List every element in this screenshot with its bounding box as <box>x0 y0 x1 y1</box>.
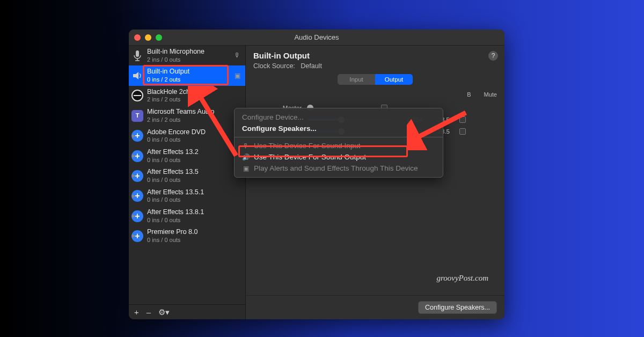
menu-play-alerts[interactable]: ▣ Play Alerts and Sound Effects Through … <box>235 163 443 174</box>
remove-device-button[interactable]: – <box>147 307 151 317</box>
device-name: Built-in Output <box>147 68 229 76</box>
device-list[interactable]: Built-in Microphone2 ins / 0 outs🎙Built-… <box>129 46 245 304</box>
col-db: B <box>467 91 471 98</box>
add-device-button[interactable]: + <box>134 307 139 317</box>
device-name: Premiere Pro 8.0 <box>147 228 229 237</box>
help-button[interactable]: ? <box>488 51 498 61</box>
device-name: After Effects 13.8.1 <box>147 208 229 217</box>
configure-speakers-button[interactable]: Configure Speakers... <box>418 301 497 314</box>
device-io-summary: 0 ins / 0 outs <box>147 196 229 204</box>
clock-source-label: Clock Source: <box>253 62 295 70</box>
mute-checkbox[interactable] <box>459 128 466 135</box>
device-sidebar: Built-in Microphone2 ins / 0 outs🎙Built-… <box>129 46 246 319</box>
svg-rect-0 <box>136 50 139 57</box>
device-name: After Effects 13.5.1 <box>147 188 229 197</box>
menu-configure-speakers[interactable]: Configure Speakers... <box>235 123 443 134</box>
device-context-menu[interactable]: Configure Device... Configure Speakers..… <box>234 108 443 178</box>
clock-source-value[interactable]: Default <box>301 62 322 70</box>
device-row[interactable]: ▶+Adobe Encore DVD0 ins / 0 outs <box>129 126 245 146</box>
device-io-summary: 0 ins / 0 outs <box>147 217 229 224</box>
device-icon: + <box>131 189 144 202</box>
device-row[interactable]: ▶+After Effects 13.20 ins / 0 outs <box>129 146 245 166</box>
device-io-summary: 0 ins / 2 outs <box>147 76 229 84</box>
svg-marker-3 <box>133 72 138 79</box>
device-io-summary: 0 ins / 0 outs <box>147 237 229 244</box>
mic-icon: 🎙 <box>242 142 250 150</box>
window-title: Audio Devices <box>129 33 504 41</box>
device-io-summary: 2 ins / 0 outs <box>147 56 229 64</box>
device-name: Adobe Encore DVD <box>147 128 229 137</box>
device-row[interactable]: ▶+After Effects 13.50 ins / 0 outs <box>129 166 245 186</box>
menu-use-for-input[interactable]: 🎙 Use This Device For Sound Input <box>235 140 443 151</box>
device-row[interactable]: BlackHole 2ch2 ins / 2 outs <box>129 86 245 106</box>
channel-column-headers: B Mute <box>246 88 504 98</box>
watermark: groovyPost.com <box>436 274 488 283</box>
menu-configure-device[interactable]: Configure Device... <box>235 112 443 123</box>
device-row[interactable]: Built-in Microphone2 ins / 0 outs🎙 <box>129 46 245 65</box>
device-icon: T <box>131 109 144 122</box>
device-name: Built-in Microphone <box>147 48 229 56</box>
menu-use-for-output[interactable]: 🔊 Use This Device For Sound Output <box>235 151 443 163</box>
gear-menu-button[interactable]: ⚙︎▾ <box>158 307 170 317</box>
device-row[interactable]: ▶+Premiere Pro 8.00 ins / 0 outs <box>129 226 245 246</box>
io-tab-control[interactable]: Input Output <box>338 74 413 85</box>
clock-source-row: Clock Source: Default <box>253 62 497 70</box>
device-name: After Effects 13.5 <box>147 168 229 177</box>
device-row[interactable]: ▶+After Effects 13.5.10 ins / 0 outs <box>129 186 245 206</box>
device-row[interactable]: Built-in Output0 ins / 2 outs▣ <box>129 65 245 85</box>
device-io-summary: 2 ins / 2 outs <box>147 96 229 104</box>
device-io-summary: 2 ins / 2 outs <box>147 116 229 124</box>
device-row[interactable]: TMicrosoft Teams Audio2 ins / 2 outs <box>129 106 245 126</box>
device-io-summary: 0 ins / 0 outs <box>147 157 229 164</box>
device-io-summary: 0 ins / 0 outs <box>147 136 229 144</box>
device-icon <box>131 49 144 62</box>
alerts-icon: ▣ <box>242 165 250 172</box>
speaker-icon: 🔊 <box>242 153 250 161</box>
mute-checkbox[interactable] <box>459 116 466 123</box>
tab-input[interactable]: Input <box>338 74 375 85</box>
titlebar: Audio Devices <box>129 30 504 46</box>
device-name: After Effects 13.2 <box>147 148 229 157</box>
sidebar-footer: + – ⚙︎▾ <box>129 304 245 319</box>
device-trailing-icon: 🎙 <box>232 52 242 60</box>
tab-output[interactable]: Output <box>375 74 413 85</box>
col-mute: Mute <box>484 91 497 98</box>
device-icon: + <box>131 230 144 243</box>
device-icon: + <box>131 129 144 142</box>
device-trailing-icon: ▣ <box>232 72 242 80</box>
device-name: Microsoft Teams Audio <box>147 108 229 116</box>
device-icon: + <box>131 150 144 163</box>
device-io-summary: 0 ins / 0 outs <box>147 177 229 184</box>
device-row[interactable]: ▶+After Effects 13.8.10 ins / 0 outs <box>129 206 245 226</box>
detail-title: Built-in Output <box>253 51 497 60</box>
device-icon <box>131 89 144 102</box>
audio-midi-window: Audio Devices Built-in Microphone2 ins /… <box>129 30 504 319</box>
device-icon: + <box>131 210 144 223</box>
device-name: BlackHole 2ch <box>147 88 229 97</box>
device-icon <box>131 69 144 82</box>
device-icon: + <box>131 170 144 182</box>
